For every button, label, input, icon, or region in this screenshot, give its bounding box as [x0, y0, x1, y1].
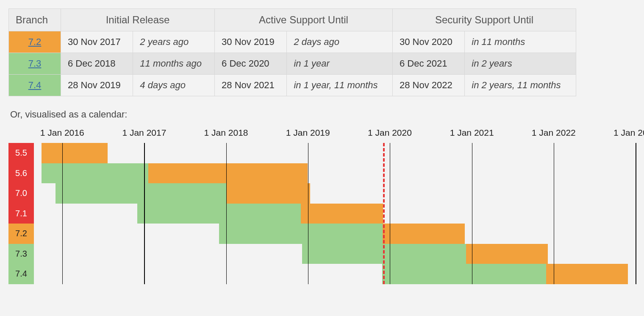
gridline — [144, 143, 145, 284]
security-support-bar — [227, 183, 310, 204]
relative-date-cell: 11 months ago — [133, 53, 215, 75]
date-cell: 28 Nov 2021 — [215, 75, 287, 96]
date-cell: 6 Dec 2020 — [215, 53, 287, 75]
x-tick-label: 1 Jan 2016 — [40, 128, 84, 138]
timeline-row: 7.4 — [8, 264, 636, 284]
table-row: 7.36 Dec 201811 months ago6 Dec 2020in 1… — [9, 53, 576, 75]
date-cell: 30 Nov 2017 — [61, 31, 133, 53]
x-tick-label: 1 Jan 2023 — [613, 128, 644, 138]
branch-link[interactable]: 7.2 — [28, 36, 42, 47]
date-cell: 6 Dec 2018 — [61, 53, 133, 75]
branch-cell: 7.2 — [9, 31, 61, 53]
x-tick-label: 1 Jan 2017 — [122, 128, 166, 138]
col-initial: Initial Release — [61, 9, 215, 31]
gridline — [62, 143, 63, 284]
date-cell: 28 Nov 2022 — [392, 75, 464, 96]
security-support-bar — [466, 244, 548, 264]
timeline-branch-label: 7.4 — [8, 264, 34, 284]
relative-date-cell: 4 days ago — [133, 75, 215, 96]
x-tick-label: 1 Jan 2018 — [204, 128, 248, 138]
timeline-row: 5.5 — [8, 143, 636, 163]
relative-date-cell: 2 days ago — [287, 31, 393, 53]
col-security: Security Support Until — [392, 9, 576, 31]
branch-link[interactable]: 7.4 — [28, 80, 42, 90]
timeline-branch-label: 7.2 — [8, 224, 34, 244]
security-support-bar — [546, 264, 628, 284]
relative-date-cell: 2 years ago — [133, 31, 215, 53]
security-support-bar — [42, 143, 108, 163]
relative-date-cell: in 11 months — [465, 31, 576, 53]
relative-date-cell: in 2 years — [465, 53, 576, 75]
security-support-bar — [383, 224, 465, 244]
col-active: Active Support Until — [215, 9, 393, 31]
timeline-row: 7.0 — [8, 183, 636, 204]
x-tick-label: 1 Jan 2020 — [368, 128, 412, 138]
timeline-branch-label: 5.6 — [8, 163, 34, 184]
versions-table: Branch Initial Release Active Support Un… — [8, 8, 576, 96]
gridline — [226, 143, 227, 284]
active-support-bar — [137, 204, 301, 224]
active-support-bar — [42, 163, 148, 184]
timeline-branch-label: 5.5 — [8, 143, 34, 163]
timeline-branch-label: 7.0 — [8, 183, 34, 204]
timeline-branch-label: 7.1 — [8, 204, 34, 224]
gridline — [308, 143, 309, 284]
branch-link[interactable]: 7.3 — [28, 58, 42, 69]
timeline-branch-label: 7.3 — [8, 244, 34, 264]
x-tick-label: 1 Jan 2019 — [286, 128, 330, 138]
timeline-row: 5.6 — [8, 163, 636, 184]
date-cell: 30 Nov 2020 — [392, 31, 464, 53]
timeline-row: 7.3 — [8, 244, 636, 264]
gridline — [390, 143, 391, 284]
timeline-row: 7.2 — [8, 224, 636, 244]
security-support-bar — [148, 163, 308, 184]
date-cell: 28 Nov 2019 — [61, 75, 133, 96]
table-row: 7.230 Nov 20172 years ago30 Nov 20192 da… — [9, 31, 576, 53]
support-timeline-chart: 1 Jan 20161 Jan 20171 Jan 20181 Jan 2019… — [8, 128, 636, 284]
today-line — [383, 143, 385, 284]
branch-cell: 7.3 — [9, 53, 61, 75]
x-tick-label: 1 Jan 2021 — [450, 128, 494, 138]
timeline-row: 7.1 — [8, 204, 636, 224]
gridline — [472, 143, 473, 284]
gridline — [636, 143, 636, 284]
relative-date-cell: in 1 year — [287, 53, 393, 75]
table-row: 7.428 Nov 20194 days ago28 Nov 2021in 1 … — [9, 75, 576, 96]
relative-date-cell: in 1 year, 11 months — [287, 75, 393, 96]
gridline — [554, 143, 555, 284]
col-branch: Branch — [9, 9, 61, 31]
active-support-bar — [219, 224, 383, 244]
branch-cell: 7.4 — [9, 75, 61, 96]
date-cell: 6 Dec 2021 — [392, 53, 464, 75]
date-cell: 30 Nov 2019 — [215, 31, 287, 53]
active-support-bar — [56, 183, 227, 204]
calendar-caption: Or, visualised as a calendar: — [10, 109, 636, 120]
active-support-bar — [382, 264, 546, 284]
relative-date-cell: in 2 years, 11 months — [465, 75, 576, 96]
security-support-bar — [301, 204, 383, 224]
x-tick-label: 1 Jan 2022 — [532, 128, 576, 138]
